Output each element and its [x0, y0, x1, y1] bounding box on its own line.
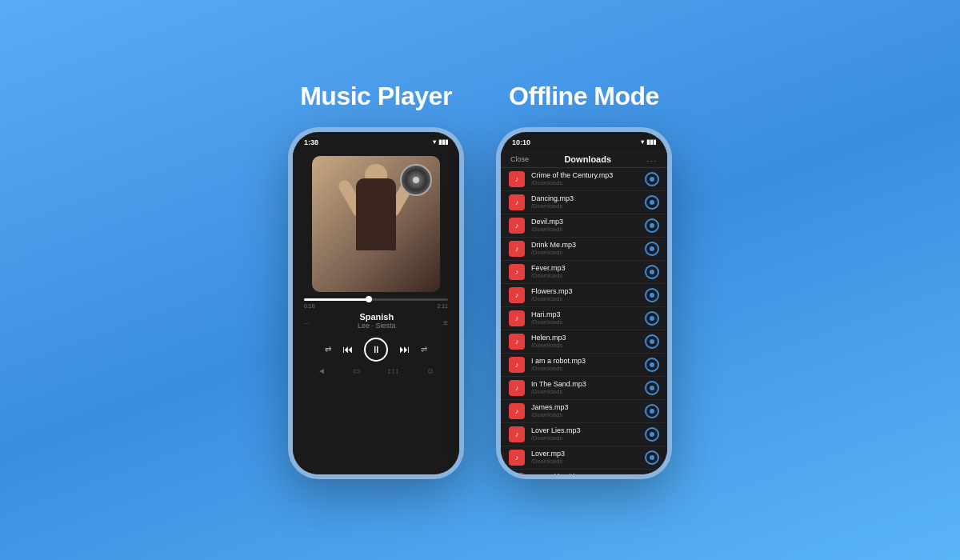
- file-info: Crime of the Century.mp3 /Downloads: [531, 171, 638, 186]
- download-status[interactable]: [645, 474, 659, 474]
- status-dot: [650, 270, 654, 274]
- download-item[interactable]: ♪ Man With Girl.mp3 /Downloads: [501, 470, 667, 474]
- phone-notch: [348, 132, 404, 146]
- file-info: In The Sand.mp3 /Downloads: [531, 380, 638, 395]
- file-icon: ♪: [509, 450, 525, 466]
- downloads-header: Close Downloads ...: [501, 150, 667, 168]
- file-icon: ♪: [509, 334, 525, 350]
- more-options-icon[interactable]: ···: [304, 319, 310, 327]
- face-icon[interactable]: ☺: [426, 366, 434, 375]
- downloads-screen-shell: 10:10 ▾ ▮▮▮ Close Downloads ... ♪ Crime …: [501, 132, 667, 474]
- file-name: I am a robot.mp3: [531, 357, 638, 365]
- equalizer-icon[interactable]: ↕↕↕: [387, 366, 399, 375]
- wifi-icon: ▾: [433, 138, 436, 146]
- track-name: Spanish: [358, 312, 396, 322]
- download-item[interactable]: ♪ Helen.mp3 /Downloads: [501, 330, 667, 354]
- shuffle-button[interactable]: ⇄: [325, 345, 331, 354]
- cast-icon[interactable]: ▭: [353, 366, 360, 375]
- download-status[interactable]: [645, 450, 659, 465]
- offline-mode-section: Offline Mode 10:10 ▾ ▮▮▮ Close Downloads…: [496, 82, 672, 479]
- download-item[interactable]: ♪ In The Sand.mp3 /Downloads: [501, 377, 667, 400]
- download-item[interactable]: ♪ Flowers.mp3 /Downloads: [501, 284, 667, 307]
- download-item[interactable]: ♪ Lover Lies.mp3 /Downloads: [501, 423, 667, 446]
- body-shape: [356, 178, 396, 250]
- dl-battery-icon: ▮▮▮: [646, 138, 656, 146]
- progress-fill: [304, 298, 369, 301]
- file-name: Flowers.mp3: [531, 287, 638, 295]
- offline-mode-phone: 10:10 ▾ ▮▮▮ Close Downloads ... ♪ Crime …: [496, 127, 672, 479]
- downloads-list: ♪ Crime of the Century.mp3 /Downloads ♪ …: [501, 168, 667, 474]
- downloads-header-title: Downloads: [564, 154, 611, 164]
- download-status[interactable]: [645, 242, 659, 256]
- file-path: /Downloads: [531, 272, 638, 279]
- file-icon: ♪: [509, 194, 525, 210]
- download-item[interactable]: ♪ Hari.mp3 /Downloads: [501, 307, 667, 330]
- download-item[interactable]: ♪ Devil.mp3 /Downloads: [501, 214, 667, 238]
- file-info: Flowers.mp3 /Downloads: [531, 287, 638, 302]
- download-item[interactable]: ♪ I am a robot.mp3 /Downloads: [501, 354, 667, 377]
- status-dot: [650, 316, 654, 321]
- file-path: /Downloads: [531, 411, 638, 418]
- status-dot: [650, 177, 654, 182]
- play-pause-button[interactable]: ⏸: [364, 338, 388, 362]
- file-info: Hari.mp3 /Downloads: [531, 310, 638, 326]
- pause-icon: ⏸: [371, 344, 381, 355]
- prev-button[interactable]: ⏮: [342, 343, 353, 355]
- file-icon: ♪: [509, 380, 525, 396]
- file-icon: ♪: [509, 473, 525, 474]
- status-dot: [650, 409, 654, 414]
- download-status[interactable]: [645, 311, 659, 326]
- download-status[interactable]: [645, 288, 659, 302]
- download-item[interactable]: ♪ Crime of the Century.mp3 /Downloads: [501, 168, 667, 191]
- download-status[interactable]: [645, 404, 659, 418]
- file-path: /Downloads: [531, 365, 638, 372]
- download-status[interactable]: [645, 334, 659, 349]
- file-info: Helen.mp3 /Downloads: [531, 334, 638, 349]
- file-path: /Downloads: [531, 295, 638, 302]
- status-dot: [650, 200, 654, 205]
- file-path: /Downloads: [531, 202, 638, 210]
- downloads-screen: Close Downloads ... ♪ Crime of the Centu…: [501, 150, 667, 474]
- album-art: [312, 156, 440, 292]
- download-item[interactable]: ♪ Fever.mp3 /Downloads: [501, 261, 667, 284]
- file-path: /Downloads: [531, 342, 638, 349]
- close-button[interactable]: Close: [510, 155, 529, 163]
- file-info: Lover Lies.mp3 /Downloads: [531, 426, 638, 442]
- download-status[interactable]: [645, 172, 659, 186]
- progress-thumb: [366, 296, 372, 302]
- file-info: Dancing.mp3 /Downloads: [531, 194, 638, 210]
- progress-section: 0:16 2:11: [301, 298, 451, 309]
- progress-bar[interactable]: [304, 298, 448, 301]
- phone-screen: 1:38 ▾ ▮▮▮: [293, 132, 459, 474]
- file-info: James.mp3 /Downloads: [531, 403, 638, 418]
- download-item[interactable]: ♪ Dancing.mp3 /Downloads: [501, 191, 667, 214]
- file-name: Helen.mp3: [531, 334, 638, 342]
- repeat-button[interactable]: ⇌: [421, 345, 427, 354]
- extra-row: ··· Spanish Lee · Siesta ≡: [301, 312, 451, 334]
- total-time: 2:11: [437, 303, 448, 309]
- back-icon[interactable]: ◄: [318, 366, 326, 375]
- file-icon: ♪: [509, 426, 525, 442]
- status-time: 1:38: [304, 138, 318, 146]
- more-button[interactable]: ...: [646, 155, 658, 163]
- file-info: I am a robot.mp3 /Downloads: [531, 357, 638, 372]
- downloads-status-time: 10:10: [512, 138, 530, 146]
- file-icon: ♪: [509, 264, 525, 280]
- download-status[interactable]: [645, 427, 659, 442]
- playlist-icon[interactable]: ≡: [443, 318, 448, 327]
- download-item[interactable]: ♪ James.mp3 /Downloads: [501, 400, 667, 423]
- download-status[interactable]: [645, 195, 659, 210]
- download-status[interactable]: [645, 358, 659, 372]
- download-status[interactable]: [645, 265, 659, 279]
- file-name: Hari.mp3: [531, 310, 638, 318]
- battery-icon: ▮▮▮: [438, 138, 448, 146]
- download-item[interactable]: ♪ Lover.mp3 /Downloads: [501, 446, 667, 470]
- download-status[interactable]: [645, 381, 659, 395]
- file-name: Man With Girl.mp3: [531, 473, 638, 474]
- next-button[interactable]: ⏭: [399, 343, 410, 355]
- file-name: Lover Lies.mp3: [531, 426, 638, 434]
- download-item[interactable]: ♪ Drink Me.mp3 /Downloads: [501, 238, 667, 261]
- download-status[interactable]: [645, 218, 659, 233]
- music-player-section: Music Player 1:38 ▾ ▮▮▮: [288, 82, 464, 479]
- file-info: Man With Girl.mp3 /Downloads: [531, 473, 638, 474]
